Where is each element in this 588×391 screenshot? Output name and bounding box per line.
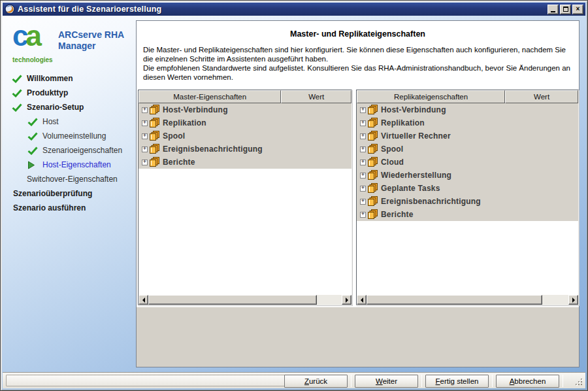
expand-plus-icon[interactable]: + (360, 160, 366, 165)
next-button-label: Weiter (376, 377, 397, 385)
property-group-icon (368, 170, 379, 180)
expand-plus-icon[interactable]: + (360, 107, 366, 113)
expand-plus-icon[interactable]: + (142, 160, 148, 165)
maximize-button[interactable] (560, 5, 571, 14)
app-name: ARCserve RHA Manager (58, 29, 135, 52)
tree-item-label: Virtueller Rechner (381, 131, 451, 141)
arrow-right-icon (346, 298, 351, 303)
main-content-panel: Master- und Replikateigenschaften Die Ma… (136, 20, 580, 367)
title-bar[interactable]: Assistent für die Szenarioerstellung × (3, 3, 585, 16)
minimize-icon (551, 11, 555, 12)
tree-item-ereignisbenachrichtigung[interactable]: + Ereignisbenachrichtigung (357, 195, 578, 208)
scrollbar-thumb[interactable] (148, 295, 317, 305)
tree-item-label: Spool (163, 131, 185, 141)
check-icon (12, 88, 23, 97)
tree-item-host-verbindung[interactable]: + Host-Verbindung (357, 103, 578, 116)
description-paragraph: Die empfohlenen Standardwerte sind aufge… (143, 63, 574, 82)
status-message-well (6, 375, 301, 386)
scrollbar-thumb[interactable] (367, 295, 542, 305)
expand-plus-icon[interactable]: + (360, 173, 366, 178)
back-button[interactable]: Zurück (284, 375, 348, 388)
master-properties-panel: Master-Eigenschaften Wert + Host-Verbind… (138, 90, 352, 305)
tree-item-virtueller-rechner[interactable]: + Virtueller Rechner (357, 129, 578, 143)
tree-item-ereignisbenachrichtigung[interactable]: + Ereignisbenachrichtigung (139, 143, 351, 156)
master-tree-header: Master-Eigenschaften Wert (139, 90, 351, 103)
step-host: Host (3, 114, 136, 129)
master-column-header[interactable]: Master-Eigenschaften (139, 90, 281, 103)
expand-plus-icon[interactable]: + (360, 120, 366, 126)
intro-section: Master- und Replikateigenschaften Die Ma… (137, 21, 579, 90)
button-separator (563, 375, 563, 387)
property-group-icon (150, 157, 161, 167)
property-group-icon (150, 144, 161, 154)
check-icon (12, 74, 23, 83)
window-title: Assistent für die Szenarioerstellung (18, 5, 546, 14)
step-host-eigenschaften-current: Host-Eigenschaften (3, 158, 136, 172)
scroll-right-button[interactable] (568, 295, 578, 305)
scroll-right-button[interactable] (342, 295, 351, 305)
step-szenario-ausfuehren: Szenario ausführen (3, 201, 136, 215)
next-button[interactable]: Weiter (355, 375, 418, 388)
replica-horizontal-scrollbar[interactable] (357, 295, 578, 305)
minimize-button[interactable] (547, 5, 559, 14)
tree-item-geplante-tasks[interactable]: + Geplante Tasks (357, 182, 578, 195)
page-title: Master- und Replikateigenschaften (137, 29, 579, 39)
master-horizontal-scrollbar[interactable] (139, 295, 351, 305)
scrollbar-track[interactable] (367, 295, 568, 305)
replica-properties-panel: Replikateigenschaften Wert + Host-Verbin… (356, 90, 579, 305)
scroll-left-button[interactable] (139, 295, 148, 305)
expand-plus-icon[interactable]: + (360, 186, 366, 192)
replica-value-column-header[interactable]: Wert (505, 90, 578, 103)
wizard-buttons: Zurück Weiter Fertig stellen Abbrechen (281, 374, 563, 388)
scroll-left-button[interactable] (357, 295, 367, 305)
step-label: Host-Eigenschaften (42, 160, 111, 169)
step-label: Willkommen (27, 74, 73, 83)
scrollbar-track[interactable] (148, 295, 342, 305)
expand-plus-icon[interactable]: + (142, 120, 148, 126)
wizard-steps: Willkommen Produkttyp Szenario-Setup Hos… (3, 71, 136, 215)
tree-item-replikation[interactable]: + Replikation (357, 116, 578, 129)
property-group-icon (368, 157, 379, 167)
tree-item-cloud[interactable]: + Cloud (357, 156, 578, 169)
tree-item-label: Replikation (381, 118, 425, 128)
close-icon: × (576, 6, 580, 12)
step-label: Szenario-Setup (27, 103, 84, 112)
expand-plus-icon[interactable]: + (142, 107, 148, 113)
replica-column-header[interactable]: Replikateigenschaften (357, 90, 505, 103)
button-separator (351, 375, 351, 387)
step-produkttyp: Produkttyp (3, 86, 136, 100)
tree-item-spool[interactable]: + Spool (357, 143, 578, 156)
empty-footer-area (137, 307, 579, 367)
tree-item-host-verbindung[interactable]: + Host-Verbindung (139, 103, 351, 116)
property-group-icon (368, 118, 379, 128)
tree-item-spool[interactable]: + Spool (139, 129, 351, 143)
finish-button[interactable]: Fertig stellen (425, 375, 489, 388)
step-label: Szenarioeigenschaften (42, 146, 122, 155)
expand-plus-icon[interactable]: + (360, 212, 366, 218)
wizard-window: Assistent für die Szenarioerstellung × c… (0, 0, 588, 391)
tree-item-berichte[interactable]: + Berichte (357, 208, 578, 221)
property-group-icon (150, 105, 161, 115)
expand-plus-icon[interactable]: + (360, 133, 366, 139)
resize-grip[interactable] (574, 377, 583, 386)
arrow-left-icon (140, 298, 145, 303)
expand-plus-icon[interactable]: + (360, 146, 366, 152)
tree-item-berichte[interactable]: + Berichte (139, 156, 351, 169)
logo-technologies-text: technologies (12, 47, 53, 73)
tree-item-replikation[interactable]: + Replikation (139, 116, 351, 129)
expand-plus-icon[interactable]: + (142, 146, 148, 152)
close-button[interactable]: × (572, 5, 583, 14)
app-globe-icon (5, 4, 15, 14)
tree-item-wiederherstellung[interactable]: + Wiederherstellung (357, 169, 578, 182)
finish-button-label: Fertig stellen (436, 377, 479, 385)
tree-item-label: Ereignisbenachrichtigung (381, 197, 481, 206)
wizard-button-bar: Zurück Weiter Fertig stellen Abbrechen (3, 372, 585, 388)
expand-plus-icon[interactable]: + (360, 199, 366, 205)
expand-plus-icon[interactable]: + (142, 133, 148, 139)
step-szenarioeigenschaften: Szenarioeigenschaften (3, 143, 136, 158)
tree-item-label: Host-Verbindung (381, 105, 446, 114)
master-value-column-header[interactable]: Wert (281, 90, 351, 103)
ca-logo: ca technologies (12, 23, 53, 73)
cancel-button[interactable]: Abbrechen (496, 375, 559, 388)
arrow-left-icon (358, 298, 363, 303)
